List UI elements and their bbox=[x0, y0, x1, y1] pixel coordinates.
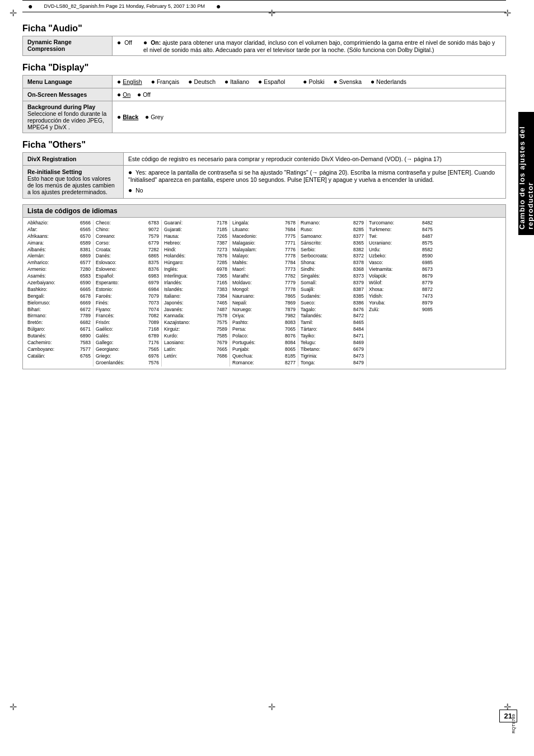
lang-english: English bbox=[123, 78, 142, 85]
audio-section-title: Ficha "Audio" bbox=[22, 24, 506, 34]
lang-name: Tagalo: bbox=[301, 307, 352, 313]
lang-nederlands: Nederlands bbox=[376, 78, 406, 85]
lang-code: 6671 bbox=[80, 326, 91, 333]
lang-name: Laosiano: bbox=[164, 340, 216, 346]
lang-name: Kirguiz: bbox=[164, 326, 216, 333]
lang-entry: Kazajistano:7575 bbox=[164, 320, 227, 326]
lang-name: Finés: bbox=[96, 300, 147, 307]
lang-name: Checo: bbox=[96, 220, 147, 227]
lang-name: Bashkiro: bbox=[27, 287, 79, 293]
lang-name: Uzbeko: bbox=[369, 253, 421, 260]
lang-code: 7779 bbox=[285, 280, 296, 287]
lang-code: 8377 bbox=[353, 233, 364, 240]
lang-code: 8379 bbox=[353, 280, 364, 287]
lang-name: Bielorruso: bbox=[27, 300, 79, 307]
lang-code: 7684 bbox=[285, 227, 296, 233]
lang-code: 7082 bbox=[148, 313, 159, 320]
lang-code: 7065 bbox=[285, 326, 296, 333]
lang-code: 7176 bbox=[148, 340, 159, 346]
lang-name: Abkhazio: bbox=[27, 220, 79, 227]
background-black: Black bbox=[123, 114, 138, 120]
lang-name: Singalés: bbox=[301, 273, 352, 280]
lang-entry: Lituano:7684 bbox=[232, 227, 296, 233]
lang-name: Shona: bbox=[301, 260, 352, 266]
lang-name: Tamil: bbox=[301, 320, 352, 326]
reinitialise-content: ● Yes: aparece la pantalla de contraseña… bbox=[124, 166, 506, 199]
lang-code: 7578 bbox=[217, 313, 227, 320]
lang-code: 7575 bbox=[217, 320, 227, 326]
lang-code: 6779 bbox=[148, 240, 159, 247]
lang-code: 8779 bbox=[422, 280, 433, 287]
lang-code: 7487 bbox=[217, 307, 227, 313]
lang-entry: Faroés:7079 bbox=[96, 293, 159, 300]
lang-code: 8487 bbox=[422, 233, 433, 240]
lang-entry: Urdu:8582 bbox=[369, 247, 433, 253]
lang-name: Afrikaans: bbox=[27, 233, 79, 240]
lang-col-5: Turcomano:8482Turkmeno:8475Twi:8487Ucran… bbox=[367, 220, 435, 367]
lang-code: 7583 bbox=[80, 340, 91, 346]
lang-code: 8372 bbox=[353, 253, 364, 260]
lang-code: 6978 bbox=[217, 266, 227, 273]
lang-entry: Georgiano:7565 bbox=[96, 346, 159, 353]
on-screen-on: On bbox=[123, 91, 130, 98]
lang-code: 6679 bbox=[353, 346, 364, 353]
lang-code: 7773 bbox=[285, 266, 296, 273]
lang-name: Rumano: bbox=[301, 220, 352, 227]
lang-entry: Marathi:7782 bbox=[232, 273, 296, 280]
lang-name: Moldavo: bbox=[232, 280, 284, 287]
lang-name: Groenlandés: bbox=[96, 360, 147, 367]
lang-name: Esloveno: bbox=[96, 266, 147, 273]
lang-name: Sudanés: bbox=[301, 293, 352, 300]
lang-code: 8382 bbox=[353, 247, 364, 253]
lang-name: Afar: bbox=[27, 227, 79, 233]
lang-entry: Ucraniano:8575 bbox=[369, 240, 433, 247]
divx-row: DivX Registration Este código de registr… bbox=[23, 153, 506, 166]
lang-code: 7465 bbox=[217, 300, 227, 307]
lang-codes-grid: Abkhazio:6566Afar:6565Afrikaans:6570Aima… bbox=[23, 218, 505, 369]
file-info-bar: ● DVD-LS80_82_Spanish.fm Page 21 Monday,… bbox=[22, 0, 506, 12]
lang-entry: Kurdo:7585 bbox=[164, 333, 227, 340]
lang-name: Vasco: bbox=[369, 260, 421, 266]
lang-code: 8365 bbox=[353, 240, 364, 247]
lang-entry: Alemán:6869 bbox=[27, 253, 91, 260]
lang-code: 7665 bbox=[217, 346, 227, 353]
bullet-circle: ● bbox=[28, 2, 32, 11]
lang-francais: Français bbox=[157, 78, 179, 85]
lang-code: 7778 bbox=[285, 287, 296, 293]
lang-name: Tigrinia: bbox=[301, 353, 352, 360]
lang-code: 8375 bbox=[148, 260, 159, 266]
lang-code: 9085 bbox=[422, 307, 433, 313]
lang-name: Maorí: bbox=[232, 266, 284, 273]
lang-entry: Tailandés:8472 bbox=[301, 313, 364, 320]
lang-name: Holandés: bbox=[164, 253, 216, 260]
lang-svenska: Svenska bbox=[339, 78, 362, 85]
lang-name: Eslovaco: bbox=[96, 260, 147, 266]
lang-entry: Xhosa:8872 bbox=[369, 287, 433, 293]
lang-entry: Malagasio:7771 bbox=[232, 240, 296, 247]
lang-entry: Gaélico:7168 bbox=[96, 326, 159, 333]
others-section-title: Ficha "Others" bbox=[22, 140, 506, 150]
lang-name: Zulú: bbox=[369, 307, 421, 313]
lang-name: Serbio: bbox=[301, 247, 352, 253]
lang-entry: Uzbeko:8590 bbox=[369, 253, 433, 260]
lang-name: Sueco: bbox=[301, 300, 352, 307]
lang-code: 7178 bbox=[217, 220, 227, 227]
lang-name: Portugués: bbox=[232, 340, 284, 346]
lang-code: 8378 bbox=[353, 260, 364, 266]
display-settings-table: Menu Language ●English ●Français ●Deutsc… bbox=[22, 75, 506, 133]
lang-name: Wólof: bbox=[369, 280, 421, 287]
lang-name: Tayiko: bbox=[301, 333, 352, 340]
lang-name: Yidish: bbox=[369, 293, 421, 300]
lang-name: Esperanto: bbox=[96, 280, 147, 287]
corner-cross-tl: ✛ bbox=[8, 8, 17, 17]
file-info-text: DVD-LS80_82_Spanish.fm Page 21 Monday, F… bbox=[44, 3, 205, 9]
lang-entry: Hindi:7273 bbox=[164, 247, 227, 253]
lang-code: 8277 bbox=[285, 360, 296, 367]
lang-code: 8373 bbox=[353, 273, 364, 280]
lang-name: Quechua: bbox=[232, 353, 284, 360]
corner-cross-tm: ✛ bbox=[267, 8, 276, 17]
lang-code: 8979 bbox=[422, 300, 433, 307]
lang-entry: Abkhazio:6566 bbox=[27, 220, 91, 227]
lang-name: Inglés: bbox=[164, 266, 216, 273]
lang-name: Turcomano: bbox=[369, 220, 421, 227]
